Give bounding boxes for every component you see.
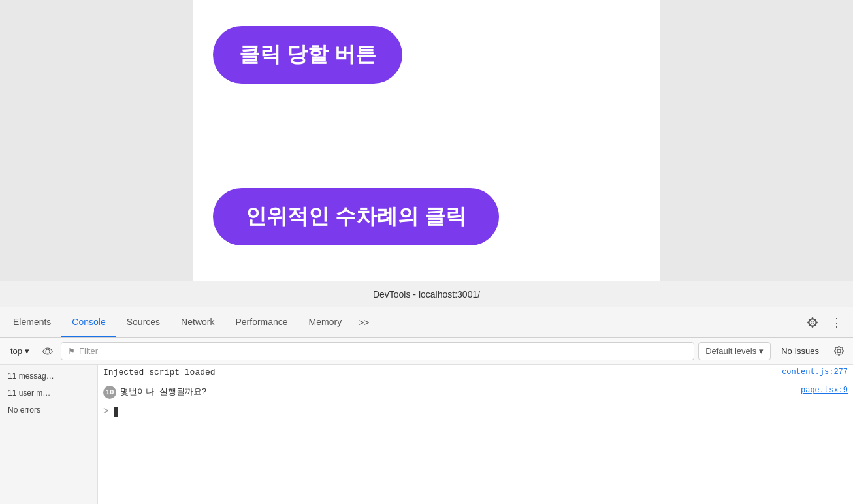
no-issues-button[interactable]: No Issues bbox=[775, 343, 826, 358]
tab-elements[interactable]: Elements bbox=[3, 307, 61, 337]
console-prompt-input[interactable] bbox=[114, 407, 118, 417]
sidebar-item-no-errors[interactable]: No errors bbox=[0, 402, 97, 418]
console-toolbar: top ▾ ⚑ Default levels ▾ No Issues bbox=[0, 338, 853, 365]
console-message-2: 몇번이나 실행될까요? bbox=[120, 386, 801, 398]
devtools-panel: DevTools - localhost:3001/ Elements Cons… bbox=[0, 281, 853, 504]
filter-input[interactable] bbox=[79, 346, 687, 356]
filter-icon: ⚑ bbox=[68, 347, 75, 356]
console-prompt-row[interactable]: > bbox=[98, 402, 853, 420]
console-sidebar: 11 messag… 11 user m… No errors bbox=[0, 365, 98, 504]
tab-more-button[interactable]: >> bbox=[352, 312, 376, 333]
filter-box[interactable]: ⚑ bbox=[61, 342, 694, 360]
tab-icons-group: ⋮ bbox=[803, 313, 850, 332]
gear-small-icon bbox=[834, 346, 844, 356]
chevron-down-icon: ▾ bbox=[25, 346, 29, 356]
prompt-arrow-icon: > bbox=[103, 406, 108, 417]
console-entry-1: Injected script loaded content.js:277 bbox=[98, 365, 853, 383]
click-button[interactable]: 클릭 당할 버튼 bbox=[213, 26, 402, 84]
tab-performance[interactable]: Performance bbox=[225, 307, 298, 337]
chevron-down-icon: ▾ bbox=[759, 346, 764, 356]
tab-memory[interactable]: Memory bbox=[298, 307, 353, 337]
tab-network[interactable]: Network bbox=[170, 307, 225, 337]
console-content: 11 messag… 11 user m… No errors Injected… bbox=[0, 365, 853, 504]
devtools-settings-button[interactable] bbox=[803, 313, 822, 332]
devtools-more-button[interactable]: ⋮ bbox=[827, 313, 845, 332]
devtools-title-bar: DevTools - localhost:3001/ bbox=[0, 281, 853, 307]
page-content: 클릭 당할 버튼 인위적인 수차례의 클릭 bbox=[193, 0, 660, 281]
eye-icon bbox=[42, 346, 53, 356]
tab-sources[interactable]: Sources bbox=[116, 307, 170, 337]
devtools-tabs: Elements Console Sources Network Perform… bbox=[0, 307, 853, 338]
devtools-title: DevTools - localhost:3001/ bbox=[373, 289, 480, 300]
default-levels-dropdown[interactable]: Default levels ▾ bbox=[698, 342, 771, 360]
context-label: top bbox=[10, 346, 22, 356]
console-entry-2: 10 몇번이나 실행될까요? page.tsx:9 bbox=[98, 383, 853, 402]
console-message-1: Injected script loaded bbox=[103, 368, 782, 377]
tab-console[interactable]: Console bbox=[61, 307, 116, 337]
count-badge-2: 10 bbox=[103, 386, 116, 399]
artificial-click-button[interactable]: 인위적인 수차례의 클릭 bbox=[213, 188, 499, 245]
context-selector[interactable]: top ▾ bbox=[5, 343, 35, 358]
three-dots-icon: ⋮ bbox=[831, 315, 842, 330]
console-main[interactable]: Injected script loaded content.js:277 10… bbox=[98, 365, 853, 504]
console-source-1[interactable]: content.js:277 bbox=[782, 368, 848, 377]
gear-icon bbox=[807, 317, 818, 328]
sidebar-item-user-messages[interactable]: 11 user m… bbox=[0, 385, 97, 402]
no-issues-label: No Issues bbox=[781, 346, 819, 356]
sidebar-item-messages[interactable]: 11 messag… bbox=[0, 368, 97, 385]
console-source-2[interactable]: page.tsx:9 bbox=[801, 386, 848, 395]
browser-viewport: 클릭 당할 버튼 인위적인 수차례의 클릭 bbox=[0, 0, 853, 281]
default-levels-label: Default levels bbox=[705, 346, 756, 356]
console-settings-button[interactable] bbox=[829, 342, 848, 360]
eye-icon-button[interactable] bbox=[39, 342, 57, 360]
